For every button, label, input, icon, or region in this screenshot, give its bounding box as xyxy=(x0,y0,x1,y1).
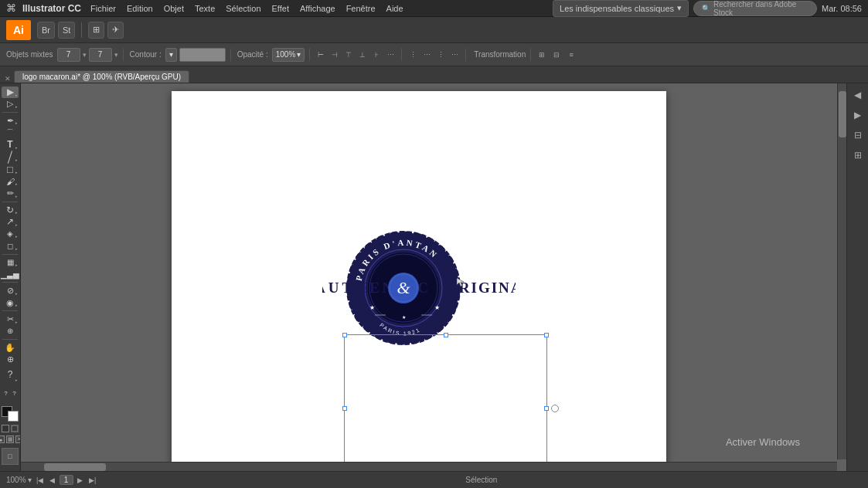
scale-button[interactable]: ↗ ▸ xyxy=(2,216,19,228)
rp-expand-button[interactable]: ▶ xyxy=(849,107,866,124)
menu-affichage[interactable]: Affichage xyxy=(295,0,340,17)
opacity-dropdown[interactable]: 100% ▾ xyxy=(272,48,305,62)
handle-top-left[interactable] xyxy=(342,333,347,337)
document-tab[interactable]: logo macaron.ai* @ 100% (RVB/Aperçu GPU) xyxy=(14,70,189,83)
question-button[interactable]: ? ▸ xyxy=(2,366,19,383)
stroke-indicator[interactable] xyxy=(11,425,19,432)
h-input[interactable]: 7 xyxy=(89,48,112,62)
rp-panel2-button[interactable]: ⊞ xyxy=(849,147,866,164)
horizontal-scrollbar[interactable] xyxy=(21,462,837,471)
next-arrow-button[interactable]: ▶ xyxy=(75,475,86,486)
sub-arrow2-icon: ▸ xyxy=(15,104,18,109)
menu-texte[interactable]: Texte xyxy=(190,0,220,17)
contour-color-box[interactable] xyxy=(179,48,226,62)
menu-edition[interactable]: Edition xyxy=(122,0,158,17)
menu-aide[interactable]: Aide xyxy=(382,0,408,17)
align-center-v-icon[interactable]: ⊦ xyxy=(370,49,383,61)
handle-top-center[interactable] xyxy=(444,333,448,337)
rp-collapse-button[interactable]: ◀ xyxy=(849,86,866,103)
prev-arrow-button[interactable]: ◀ xyxy=(47,475,58,486)
question2-button[interactable]: ? xyxy=(2,385,10,402)
ai-logo-button[interactable]: Ai xyxy=(6,20,31,40)
workspace-grid-button[interactable]: ⊞ xyxy=(88,22,104,39)
handle-mid-left[interactable] xyxy=(342,406,347,411)
menu-fenetre[interactable]: Fenêtre xyxy=(342,0,380,17)
curvature-button[interactable]: ⌒ xyxy=(2,127,19,138)
align-bottom-icon[interactable]: ⋯ xyxy=(384,49,397,61)
eraser-button[interactable]: ◻ ▸ xyxy=(2,240,19,252)
apple-menu[interactable]: ⌘ xyxy=(6,2,16,14)
selection-tool-button[interactable]: ▶ ▸ xyxy=(2,86,19,98)
symbol-icon: ⊕ xyxy=(7,327,13,335)
symbol-button[interactable]: ⊕ xyxy=(2,326,19,337)
question-row: ? ? xyxy=(2,385,19,402)
handle-top-right[interactable] xyxy=(544,333,549,337)
workspace-selector[interactable]: Les indispensables classiques ▾ xyxy=(553,0,689,17)
zoom-chevron-icon[interactable]: ▾ xyxy=(28,476,32,484)
dist4-icon[interactable]: ⋯ xyxy=(448,49,461,61)
transform-extra1-icon[interactable]: ⊞ xyxy=(536,49,548,61)
send-button[interactable]: ✈ xyxy=(107,22,124,39)
prev-page-button[interactable]: |◀ xyxy=(35,475,46,486)
line-tool-button[interactable]: ╲ ▸ xyxy=(2,151,19,163)
shaper-button[interactable]: ◈ ▸ xyxy=(2,229,19,240)
tab-close-x[interactable]: ✕ xyxy=(5,75,11,83)
graph-button[interactable]: ▦ ▸ xyxy=(2,256,19,268)
horizontal-scrollbar-thumb[interactable] xyxy=(44,463,106,471)
w-input[interactable]: 7 xyxy=(57,48,80,62)
fill-indicator[interactable] xyxy=(2,425,9,432)
align-center-h-icon[interactable]: ⊣ xyxy=(328,49,341,61)
none-mode-button[interactable]: ✕ xyxy=(15,435,21,443)
contour-dropdown[interactable]: ▾ xyxy=(165,48,177,62)
page-input[interactable]: 1 xyxy=(60,475,73,485)
zoom-button[interactable]: ⊕ xyxy=(2,354,19,365)
rotate-button[interactable]: ↻ ▸ xyxy=(2,204,19,215)
sub-arrow16-icon: ▸ xyxy=(15,320,18,324)
tab-bar: ✕ logo macaron.ai* @ 100% (RVB/Aperçu GP… xyxy=(0,66,868,83)
dist2-icon[interactable]: ⋯ xyxy=(420,49,433,61)
canvas-area[interactable]: PARIS D'ANTAN ★ ★ ★ PARIS 1921 AUTHENTIC… xyxy=(21,83,846,471)
adobe-stock-search[interactable]: 🔍 Rechercher dans Adobe Stock xyxy=(693,1,817,16)
menu-effet[interactable]: Effet xyxy=(267,0,294,17)
eyedropper-button[interactable]: ⊘ ▸ xyxy=(2,285,19,297)
menu-fichier[interactable]: Fichier xyxy=(86,0,121,17)
rect-tool-button[interactable]: □ ▸ xyxy=(2,164,19,175)
scissors-button[interactable]: ✂ ▸ xyxy=(2,313,19,325)
dist1-icon[interactable]: ⋮ xyxy=(407,49,419,61)
align-right-icon[interactable]: ⊤ xyxy=(342,49,355,61)
rp-panel1-button[interactable]: ⊟ xyxy=(849,127,866,144)
vertical-scrollbar-thumb[interactable] xyxy=(839,91,846,137)
type-tool-button[interactable]: T ▸ xyxy=(2,139,19,151)
dist3-icon[interactable]: ⋮ xyxy=(434,49,447,61)
hand-button[interactable]: ✋ xyxy=(2,342,19,354)
align-top-icon[interactable]: ⊥ xyxy=(356,49,369,61)
question3-icon: ? xyxy=(12,390,15,397)
text-flow-handle[interactable] xyxy=(551,405,559,412)
panel-menu-icon[interactable]: ≡ xyxy=(565,49,577,61)
transform-extra2-icon[interactable]: ⊟ xyxy=(550,49,563,61)
background-color[interactable] xyxy=(8,411,19,422)
question3-button[interactable]: ? xyxy=(11,385,19,402)
paintbrush-button[interactable]: 🖌 ▸ xyxy=(2,176,19,188)
search-icon: 🔍 xyxy=(702,5,710,12)
bridge-button[interactable]: Br xyxy=(37,22,55,39)
direct-select-button[interactable]: ▷ ▸ xyxy=(2,99,19,110)
bar-chart-button[interactable]: ▁▃▅ xyxy=(2,269,19,280)
gradient-mode-button[interactable]: ▦ xyxy=(6,435,14,443)
pencil-button[interactable]: ✏ ▸ xyxy=(2,188,19,199)
blend-button[interactable]: ◉ ▸ xyxy=(2,297,19,309)
chevron-w-icon[interactable]: ▾ xyxy=(83,51,87,59)
chevron-h-icon[interactable]: ▾ xyxy=(114,51,118,59)
objets-mixtes-label: Objets mixtes xyxy=(6,50,53,59)
pen-tool-button[interactable]: ✒ ▸ xyxy=(2,115,19,127)
menu-objet[interactable]: Objet xyxy=(159,0,189,17)
next-page-button[interactable]: ▶| xyxy=(87,475,98,486)
handle-mid-right[interactable] xyxy=(544,406,549,411)
align-left-icon[interactable]: ⊢ xyxy=(315,49,327,61)
draw-mode-button[interactable]: □ xyxy=(2,448,19,465)
vertical-scrollbar[interactable] xyxy=(837,83,846,459)
menu-selection[interactable]: Sélection xyxy=(221,0,265,17)
right-panel: ◀ ▶ ⊟ ⊞ xyxy=(846,83,868,471)
color-mode-button[interactable]: ● xyxy=(0,435,5,443)
stock-button[interactable]: St xyxy=(58,22,75,39)
